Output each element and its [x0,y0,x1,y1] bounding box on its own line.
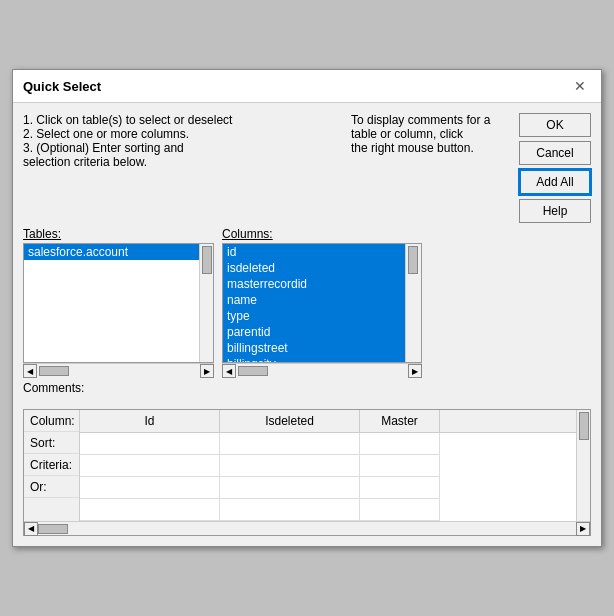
instructions-left: 1. Click on table(s) to select or desele… [23,113,343,223]
grid-cell-criteria-isdeleted[interactable] [220,477,360,499]
comments-label: Comments: [23,381,84,395]
columns-section: Columns: id isdeleted masterrecordid nam… [222,227,422,377]
instruction-line3: 3. (Optional) Enter sorting and [23,141,343,155]
instruction-line4: selection criteria below. [23,155,343,169]
grid-hscroll-thumb [38,524,68,534]
spacer [13,401,601,409]
columns-hscroll-track [236,364,408,377]
columns-listbox[interactable]: id isdeleted masterrecordid name type pa… [223,244,405,362]
columns-label: Columns: [222,227,422,241]
grid-hscroll-right[interactable]: ▶ [576,522,590,536]
grid-cell-or-master[interactable] [360,499,440,521]
grid-col-header-master: Master [360,410,440,432]
grid-cell-sort-master[interactable] [360,455,440,477]
columns-hscroll-left[interactable]: ◀ [222,364,236,378]
ok-button[interactable]: OK [519,113,591,137]
add-all-button[interactable]: Add All [519,169,591,195]
tables-hscroll-right[interactable]: ▶ [200,364,214,378]
column-item-parentid[interactable]: parentid [223,324,405,340]
grid-section: Column: Sort: Criteria: Or: Id Isdeleted… [13,409,601,546]
grid-hscroll-left[interactable]: ◀ [24,522,38,536]
tables-scrollbar-thumb [202,246,212,274]
grid-columns-header: Id Isdeleted Master [80,410,576,433]
close-button[interactable]: ✕ [569,76,591,96]
tables-hscroll-thumb [39,366,69,376]
instruction-right-line2: table or column, click [351,127,511,141]
grid-data-rows [80,433,576,521]
grid-col-header-id: Id [80,410,220,432]
top-area: 1. Click on table(s) to select or desele… [13,103,601,223]
tables-section: Tables: salesforce.account ◀ ▶ [23,227,214,377]
grid-cell-col-isdeleted[interactable] [220,433,360,455]
grid-cell-sort-isdeleted[interactable] [220,455,360,477]
grid-row-or [80,499,576,521]
grid-data-area: Id Isdeleted Master [80,410,576,521]
tables-scrollbar[interactable] [199,244,213,362]
column-item-type[interactable]: type [223,308,405,324]
grid-label-criteria: Criteria: [24,454,79,476]
grid-row-sort [80,455,576,477]
action-buttons: OK Cancel Add All Help [519,113,591,223]
grid-label-or: Or: [24,476,79,498]
instruction-right-line1: To display comments for a [351,113,511,127]
instruction-line2: 2. Select one or more columns. [23,127,343,141]
grid-cell-or-id[interactable] [80,499,220,521]
table-item-salesforce-account[interactable]: salesforce.account [24,244,199,260]
tables-hscroll-left[interactable]: ◀ [23,364,37,378]
tables-hscroll-track [37,364,200,377]
data-grid: Column: Sort: Criteria: Or: Id Isdeleted… [23,409,591,536]
tables-listbox[interactable]: salesforce.account [24,244,199,362]
grid-row-criteria [80,477,576,499]
grid-cell-or-isdeleted[interactable] [220,499,360,521]
grid-vscrollbar[interactable] [576,410,590,521]
columns-scrollbar-thumb [408,246,418,274]
grid-cell-criteria-master[interactable] [360,477,440,499]
grid-vscrollbar-thumb [579,412,589,440]
grid-cell-col-id[interactable] [80,433,220,455]
grid-row-labels: Column: Sort: Criteria: Or: [24,410,80,521]
grid-hscroll-track [38,522,576,536]
column-item-isdeleted[interactable]: isdeleted [223,260,405,276]
column-item-name[interactable]: name [223,292,405,308]
columns-hscroll-thumb [238,366,268,376]
grid-row-column [80,433,576,455]
column-item-id[interactable]: id [223,244,405,260]
help-button[interactable]: Help [519,199,591,223]
columns-scrollbar[interactable] [405,244,419,362]
title-bar: Quick Select ✕ [13,70,601,103]
column-item-billingcity[interactable]: billingcity [223,356,405,362]
instruction-right-line3: the right mouse button. [351,141,511,155]
grid-cell-sort-id[interactable] [80,455,220,477]
grid-label-column: Column: [24,410,79,432]
tables-label: Tables: [23,227,214,241]
comments-section: Comments: [13,377,601,401]
quick-select-dialog: Quick Select ✕ 1. Click on table(s) to s… [12,69,602,547]
tables-hscroll[interactable]: ◀ ▶ [23,363,214,377]
dialog-title: Quick Select [23,79,101,94]
cancel-button[interactable]: Cancel [519,141,591,165]
grid-cell-criteria-id[interactable] [80,477,220,499]
columns-hscroll[interactable]: ◀ ▶ [222,363,422,377]
columns-hscroll-right[interactable]: ▶ [408,364,422,378]
grid-col-header-isdeleted: Isdeleted [220,410,360,432]
lists-row: Tables: salesforce.account ◀ ▶ [13,223,601,377]
instruction-line1: 1. Click on table(s) to select or desele… [23,113,343,127]
grid-hscrollbar[interactable]: ◀ ▶ [24,521,590,535]
column-item-billingstreet[interactable]: billingstreet [223,340,405,356]
grid-label-sort: Sort: [24,432,79,454]
column-item-masterrecordid[interactable]: masterrecordid [223,276,405,292]
instructions-right: To display comments for a table or colum… [351,113,511,223]
grid-cell-col-master[interactable] [360,433,440,455]
grid-content: Column: Sort: Criteria: Or: Id Isdeleted… [24,410,590,521]
